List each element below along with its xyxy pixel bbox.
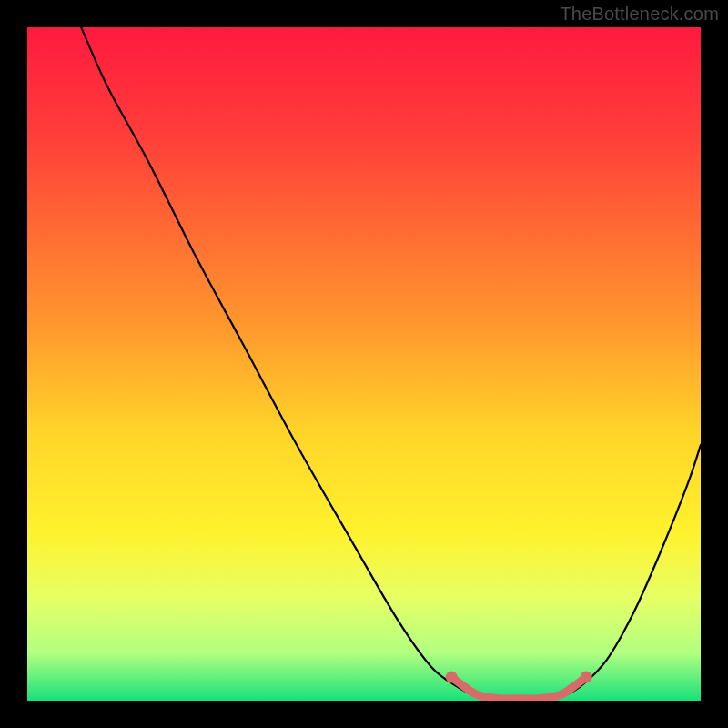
plot-area (27, 27, 701, 701)
chart-svg (27, 27, 701, 701)
left-endpoint (446, 672, 458, 683)
right-endpoint (581, 672, 592, 683)
watermark-text: TheBottleneck.com (560, 4, 719, 25)
gradient-background (27, 27, 701, 701)
chart-frame: TheBottleneck.com (0, 0, 728, 728)
